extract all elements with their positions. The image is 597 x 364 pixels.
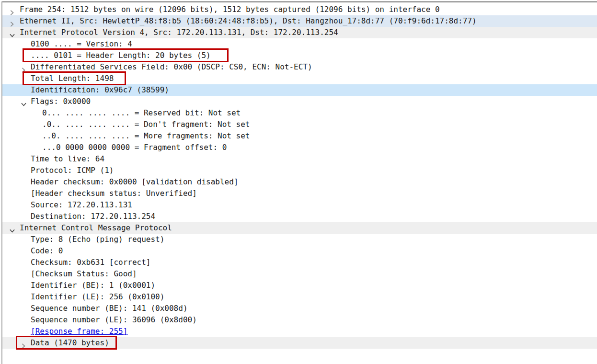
tree-row[interactable]: Identifier (BE): 1 (0x0001) xyxy=(2,280,597,291)
tree-row[interactable]: Checksum: 0xb631 [correct] xyxy=(2,257,597,268)
tree-row-label: Differentiated Services Field: 0x00 (DSC… xyxy=(31,62,312,71)
tree-row-label: Internet Control Message Protocol xyxy=(20,223,172,232)
tree-row[interactable]: Differentiated Services Field: 0x00 (DSC… xyxy=(2,61,597,73)
tree-row-label: 0... .... .... .... = Reserved bit: Not … xyxy=(42,108,241,117)
tree-row-label: Internet Protocol Version 4, Src: 172.20… xyxy=(20,28,338,37)
response-frame-link[interactable]: [Response frame: 255] xyxy=(31,327,127,336)
tree-row[interactable]: Flags: 0x0000 xyxy=(2,96,597,107)
chevron-right-icon[interactable] xyxy=(21,341,26,346)
tree-row-label: ..0. .... .... .... = More fragments: No… xyxy=(42,131,250,140)
tree-row-label: Identifier (LE): 256 (0x0100) xyxy=(31,292,164,301)
tree-row-label: Code: 0 xyxy=(31,246,63,255)
tree-row[interactable]: Total Length: 1498 xyxy=(2,73,597,84)
tree-row[interactable]: 0100 .... = Version: 4 xyxy=(2,38,597,50)
tree-row-label: Checksum: 0xb631 [correct] xyxy=(31,258,150,267)
chevron-down-icon[interactable] xyxy=(21,99,26,104)
tree-row[interactable]: Time to live: 64 xyxy=(2,153,597,165)
tree-row-label: Sequence number (BE): 141 (0x008d) xyxy=(31,304,188,313)
tree-row-label: Header checksum: 0x0000 [validation disa… xyxy=(31,177,238,186)
tree-row[interactable]: Code: 0 xyxy=(2,245,597,257)
pane-top-border xyxy=(1,1,597,2)
packet-details-pane: Frame 254: 1512 bytes on wire (12096 bit… xyxy=(0,0,597,364)
tree-row[interactable]: Data (1470 bytes) xyxy=(2,337,597,349)
tree-row[interactable]: .... 0101 = Header Length: 20 bytes (5) xyxy=(2,50,597,61)
tree-row-label: Type: 8 (Echo (ping) request) xyxy=(31,235,164,244)
chevron-down-icon[interactable] xyxy=(10,226,15,231)
tree-row-label: Flags: 0x0000 xyxy=(31,97,91,106)
tree-row[interactable]: Internet Control Message Protocol xyxy=(2,222,597,234)
tree-row-label: .0.. .... .... .... = Don't fragment: No… xyxy=(42,120,250,129)
tree-row[interactable]: Source: 172.20.113.131 xyxy=(2,199,597,211)
tree-row[interactable]: Identification: 0x96c7 (38599) xyxy=(2,84,597,96)
tree-row[interactable]: Ethernet II, Src: HewlettP_48:f8:b5 (18:… xyxy=(2,15,597,27)
tree-row[interactable]: [Header checksum status: Unverified] xyxy=(2,188,597,199)
chevron-right-icon[interactable] xyxy=(21,65,26,70)
tree-row-label: Identification: 0x96c7 (38599) xyxy=(31,85,169,94)
tree-row[interactable]: Frame 254: 1512 bytes on wire (12096 bit… xyxy=(2,4,597,15)
packet-details-tree: Frame 254: 1512 bytes on wire (12096 bit… xyxy=(2,4,597,349)
tree-row[interactable]: [Response frame: 255] xyxy=(2,326,597,337)
tree-row[interactable]: ..0. .... .... .... = More fragments: No… xyxy=(2,130,597,142)
tree-row-label: [Checksum Status: Good] xyxy=(31,269,137,278)
tree-row[interactable]: .0.. .... .... .... = Don't fragment: No… xyxy=(2,119,597,130)
tree-row[interactable]: Identifier (LE): 256 (0x0100) xyxy=(2,291,597,303)
tree-row-label: Source: 172.20.113.131 xyxy=(31,200,132,209)
tree-row-label: Identifier (BE): 1 (0x0001) xyxy=(31,281,155,290)
tree-row-label: Frame 254: 1512 bytes on wire (12096 bit… xyxy=(20,5,440,14)
tree-row-label: 0100 .... = Version: 4 xyxy=(31,39,132,48)
chevron-right-icon[interactable] xyxy=(10,19,15,24)
tree-row-label: Total Length: 1498 xyxy=(31,74,114,83)
tree-row-label: [Header checksum status: Unverified] xyxy=(31,189,197,198)
tree-row[interactable]: Sequence number (BE): 141 (0x008d) xyxy=(2,303,597,314)
tree-row[interactable]: Header checksum: 0x0000 [validation disa… xyxy=(2,176,597,188)
tree-row-label: Destination: 172.20.113.254 xyxy=(31,212,155,221)
tree-row[interactable]: Protocol: ICMP (1) xyxy=(2,165,597,176)
tree-row[interactable]: [Checksum Status: Good] xyxy=(2,268,597,280)
tree-row[interactable]: Type: 8 (Echo (ping) request) xyxy=(2,234,597,245)
tree-row[interactable]: Destination: 172.20.113.254 xyxy=(2,211,597,222)
tree-row-label: .... 0101 = Header Length: 20 bytes (5) xyxy=(31,51,211,60)
tree-row[interactable]: Sequence number (LE): 36096 (0x8d00) xyxy=(2,314,597,326)
tree-row-label: Sequence number (LE): 36096 (0x8d00) xyxy=(31,315,197,324)
tree-row-label: ...0 0000 0000 0000 = Fragment offset: 0 xyxy=(42,143,227,152)
tree-row-label: Protocol: ICMP (1) xyxy=(31,166,114,175)
tree-row[interactable]: 0... .... .... .... = Reserved bit: Not … xyxy=(2,107,597,119)
tree-row[interactable]: Internet Protocol Version 4, Src: 172.20… xyxy=(2,27,597,38)
chevron-down-icon[interactable] xyxy=(10,30,15,35)
tree-row-label: Time to live: 64 xyxy=(31,154,104,163)
tree-row-label: Data (1470 bytes) xyxy=(31,338,109,347)
chevron-right-icon[interactable] xyxy=(10,7,15,12)
tree-row[interactable]: ...0 0000 0000 0000 = Fragment offset: 0 xyxy=(2,142,597,153)
tree-row-label: Ethernet II, Src: HewlettP_48:f8:b5 (18:… xyxy=(20,16,477,25)
